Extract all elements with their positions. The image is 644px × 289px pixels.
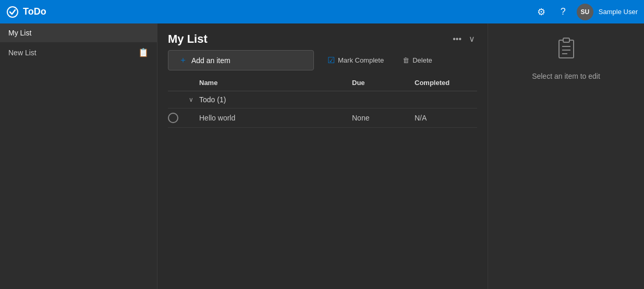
top-actions: ⚙ ? SU Sample User [533,4,638,20]
mark-complete-button[interactable]: ☑ Mark Complete [322,52,389,68]
logo-area: ToDo [6,6,533,18]
sidebar: My List New List 📋 [0,23,157,289]
task-table: Name Due Completed ∨ Todo (1) Hello worl… [157,75,488,289]
more-icon: ••• [453,34,461,43]
group-chevron-icon: ∨ [189,96,199,103]
user-avatar[interactable]: SU [577,4,593,20]
mark-complete-label: Mark Complete [338,56,384,64]
delete-label: Delete [412,56,432,64]
add-item-label: Add an item [191,56,230,65]
help-button[interactable]: ? [555,4,572,20]
task-checkbox[interactable] [168,113,189,123]
settings-button[interactable]: ⚙ [533,4,550,20]
app-logo-icon [6,6,19,18]
plus-icon: ＋ [179,55,187,66]
svg-rect-2 [563,38,569,42]
col-name-header: Name [199,79,352,87]
my-list-label: My List [8,29,31,37]
add-item-button[interactable]: ＋ Add an item [168,50,314,70]
table-header: Name Due Completed [168,75,477,91]
chevron-down-icon: ∨ [469,34,475,43]
group-label: Todo (1) [199,95,352,104]
table-row[interactable]: Hello world None N/A [168,109,477,128]
help-icon: ? [561,6,566,17]
right-panel: Select an item to edit [488,23,644,289]
sidebar-item-my-list[interactable]: My List [0,23,157,42]
center-panel: My List ••• ∨ ＋ Add an item ☑ Mark Compl… [157,23,488,289]
svg-rect-1 [559,40,574,58]
sidebar-item-new-list[interactable]: New List 📋 [0,42,157,63]
delete-button[interactable]: 🗑 Delete [397,53,438,67]
check-circle-icon: ☑ [327,55,335,65]
header-actions: ••• ∨ [451,32,477,46]
circle-checkbox-icon[interactable] [168,113,178,123]
clipboard-icon [556,36,577,64]
svg-point-0 [7,7,18,17]
col-completed-header: Completed [415,79,477,87]
new-list-label: New List [8,49,37,57]
collapse-button[interactable]: ∨ [467,32,477,46]
more-options-button[interactable]: ••• [451,32,464,46]
list-title: My List [168,32,208,46]
toolbar: ＋ Add an item ☑ Mark Complete 🗑 Delete [157,50,488,75]
topbar: ToDo ⚙ ? SU Sample User [0,0,644,23]
col-due-header: Due [352,79,415,87]
select-item-text: Select an item to edit [532,72,600,80]
new-list-icon: 📋 [138,47,149,57]
task-name: Hello world [199,114,352,122]
main-content: My List New List 📋 My List ••• ∨ ＋ Add a… [0,23,644,289]
center-header: My List ••• ∨ [157,23,488,50]
task-completed: N/A [415,114,477,122]
trash-icon: 🗑 [403,56,409,64]
user-name[interactable]: Sample User [599,8,638,16]
group-row-todo[interactable]: ∨ Todo (1) [168,91,477,109]
task-due: None [352,114,415,122]
app-title: ToDo [23,6,46,17]
settings-icon: ⚙ [537,6,545,18]
